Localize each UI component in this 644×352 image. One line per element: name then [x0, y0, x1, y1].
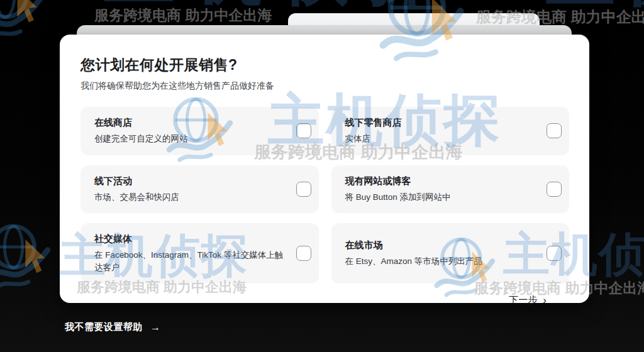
- page-subtitle: 我们将确保帮助您为在这些地方销售产品做好准备: [80, 80, 569, 92]
- skip-setup-link[interactable]: 我不需要设置帮助 →: [65, 321, 161, 333]
- option-description: 实体店: [345, 133, 540, 145]
- watermark-brand-text: 主机侦探: [546, 0, 644, 9]
- option-card-social-media[interactable]: 社交媒体 在 Facebook、Instagram、TikTok 等社交媒体上触…: [80, 223, 319, 283]
- sales-channels-card: 您计划在何处开展销售? 我们将确保帮助您为在这些地方销售产品做好准备 在线商店 …: [60, 35, 589, 303]
- option-title: 线下零售商店: [345, 117, 540, 129]
- option-description: 创建完全可自定义的网站: [94, 133, 289, 145]
- option-description: 将 Buy Button 添加到网站中: [345, 191, 540, 204]
- option-description: 市场、交易会和快闪店: [94, 191, 289, 204]
- checkbox-marketplaces[interactable]: [547, 246, 562, 261]
- checkbox-online-store[interactable]: [296, 123, 311, 138]
- option-title: 社交媒体: [94, 233, 289, 245]
- arrow-right-icon: →: [150, 322, 161, 333]
- option-description: 在 Facebook、Instagram、TikTok 等社交媒体上触达客户: [94, 249, 289, 273]
- option-card-offline-events[interactable]: 线下活动 市场、交易会和快闪店: [80, 165, 319, 214]
- chevron-right-icon: ›: [543, 295, 547, 305]
- checkbox-social-media[interactable]: [296, 246, 311, 261]
- option-description: 在 Etsy、Amazon 等市场中列出产品: [345, 255, 540, 268]
- option-card-online-store[interactable]: 在线商店 创建完全可自定义的网站: [80, 107, 319, 155]
- checkbox-offline-events[interactable]: [296, 182, 311, 197]
- page: 您计划在何处开展销售? 我们将确保帮助您为在这些地方销售产品做好准备 在线商店 …: [0, 0, 644, 352]
- option-texts: 线下零售商店 实体店: [345, 117, 547, 145]
- option-texts: 现有网站或博客 将 Buy Button 添加到网站中: [345, 175, 547, 204]
- next-button[interactable]: 下一步 ›: [80, 294, 547, 306]
- option-texts: 线下活动 市场、交易会和快闪店: [94, 175, 296, 204]
- options-grid: 在线商店 创建完全可自定义的网站 线下零售商店 实体店 线下活动 市场、交易会和…: [80, 107, 569, 283]
- watermark-tagline: 服务跨境电商 助力中企出海: [94, 8, 272, 23]
- globe-cursor-logo-icon: [0, 219, 57, 293]
- option-title: 线下活动: [94, 175, 289, 187]
- globe-cursor-logo-icon: [0, 0, 49, 43]
- option-texts: 在线商店 创建完全可自定义的网站: [94, 117, 296, 145]
- skip-setup-label: 我不需要设置帮助: [65, 321, 143, 333]
- page-title: 您计划在何处开展销售?: [80, 55, 569, 75]
- option-card-retail-store[interactable]: 线下零售商店 实体店: [331, 107, 570, 155]
- watermark-brand-text: 主机侦探: [104, 0, 457, 8]
- option-title: 在线市场: [345, 239, 540, 251]
- option-texts: 在线市场 在 Etsy、Amazon 等市场中列出产品: [345, 239, 547, 268]
- option-texts: 社交媒体 在 Facebook、Instagram、TikTok 等社交媒体上触…: [94, 233, 296, 273]
- next-button-label: 下一步: [509, 294, 537, 306]
- option-card-marketplaces[interactable]: 在线市场 在 Etsy、Amazon 等市场中列出产品: [331, 223, 570, 283]
- option-card-existing-website[interactable]: 现有网站或博客 将 Buy Button 添加到网站中: [331, 165, 570, 214]
- checkbox-existing-website[interactable]: [547, 182, 562, 197]
- option-title: 在线商店: [94, 117, 289, 129]
- checkbox-retail-store[interactable]: [547, 123, 562, 138]
- option-title: 现有网站或博客: [345, 175, 540, 187]
